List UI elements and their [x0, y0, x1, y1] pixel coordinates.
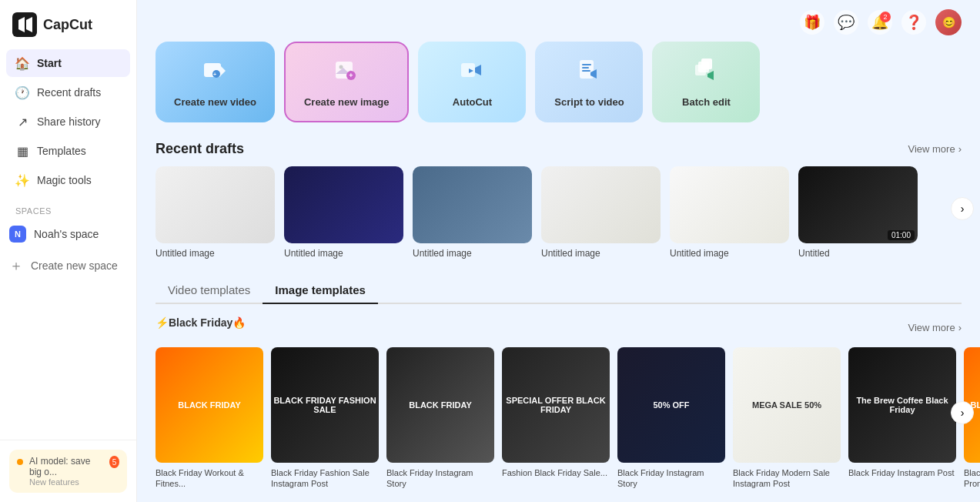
draft-label: Untitled	[798, 248, 918, 259]
template-tabs: Video templates Image templates	[156, 277, 962, 304]
svg-rect-13	[582, 67, 589, 69]
start-icon: 🏠	[15, 56, 29, 70]
autocut-icon	[458, 57, 486, 90]
timestamp-badge: 01:00	[888, 230, 915, 240]
template-thumbnail: BLACK FRIDAY FASHION SALE	[271, 347, 379, 463]
template-card-t7[interactable]: The Brew Coffee Black Friday Black Frida…	[848, 347, 956, 478]
quick-actions-row: + Create new video + Create new image	[156, 42, 962, 122]
notification-badge: 2	[880, 12, 891, 22]
notification-icon-button[interactable]: 🔔 2	[868, 10, 892, 35]
main-content: 🎁 💬 🔔 2 ❓ 😊 + Create new video	[137, 0, 980, 502]
sidebar-item-recent[interactable]: 🕐Recent drafts	[6, 79, 130, 106]
sidebar-label-recent: Recent drafts	[37, 86, 101, 99]
sidebar-item-share[interactable]: ↗Share history	[6, 108, 130, 136]
draft-label: Untitled image	[413, 248, 532, 259]
magic-icon: ✨	[15, 173, 29, 187]
drafts-view-more[interactable]: View more ›	[908, 143, 962, 155]
add-icon: ＋	[9, 256, 23, 275]
gift-icon-button[interactable]: 🎁	[800, 10, 824, 35]
template-card-t1[interactable]: BLACK FRIDAY Black Friday Workout & Fitn…	[156, 347, 263, 490]
create-space-item[interactable]: ＋ Create new space	[0, 249, 136, 282]
space-name: Noah's space	[34, 228, 99, 240]
user-avatar[interactable]: 😊	[935, 9, 962, 35]
draft-card-d1[interactable]: Untitled image	[156, 166, 275, 259]
script-icon	[575, 57, 603, 90]
draft-label: Untitled image	[156, 248, 275, 259]
svg-text:+: +	[213, 71, 216, 76]
create-new-image-card[interactable]: + Create new image	[284, 42, 410, 122]
draft-thumbnail	[541, 166, 661, 243]
template-card-t4[interactable]: SPECIAL OFFER BLACK FRIDAY Fashion Black…	[502, 347, 610, 478]
sidebar-item-start[interactable]: 🏠Start	[6, 49, 130, 77]
tab-image-templates[interactable]: Image templates	[263, 277, 378, 304]
chat-icon-button[interactable]: 💬	[834, 10, 858, 35]
draft-thumbnail	[670, 166, 789, 243]
drafts-scroll-next-button[interactable]: ›	[951, 197, 974, 220]
draft-thumbnail	[284, 166, 403, 243]
template-label: Black Friday Instagram Story	[386, 467, 494, 490]
template-category-title: ⚡Black Friday🔥	[156, 316, 246, 329]
svg-rect-17	[701, 59, 712, 69]
template-thumbnail: BLACK FRIDAY	[156, 347, 263, 463]
ai-model-title: AI model: save big o...	[29, 456, 103, 477]
tab-video-templates[interactable]: Video templates	[156, 277, 263, 304]
draft-card-d5[interactable]: Untitled image	[670, 166, 789, 259]
spaces-label: Spaces	[0, 197, 136, 219]
sidebar-bottom: AI model: save big o... New features 5	[0, 440, 136, 502]
sidebar-item-magic[interactable]: ✨Magic tools	[6, 166, 130, 194]
recent-drafts-title: Recent drafts	[156, 141, 244, 157]
space-avatar: N	[9, 226, 26, 243]
create-space-label: Create new space	[31, 259, 118, 272]
draft-label: Untitled image	[670, 248, 789, 259]
sidebar: CapCut 🏠Start🕐Recent drafts↗Share histor…	[0, 0, 137, 502]
template-label: Black Friday Workout & Fitnes...	[156, 467, 263, 490]
ai-model-sub: New features	[29, 477, 103, 487]
sidebar-label-templates: Templates	[37, 145, 86, 157]
script-label: Script to video	[554, 96, 624, 108]
sidebar-label-share: Share history	[37, 115, 100, 128]
draft-label: Untitled image	[284, 248, 403, 259]
svg-rect-10	[461, 63, 475, 77]
templates-scroll-next-button[interactable]: ›	[951, 401, 974, 424]
template-chevron-right-icon: ›	[958, 322, 962, 333]
script-to-video-card[interactable]: Script to video	[535, 42, 643, 122]
svg-rect-12	[582, 64, 591, 65]
new-video-icon: +	[201, 57, 229, 90]
template-category-header: ⚡Black Friday🔥 View more ›	[156, 316, 962, 338]
template-label: Fashion Black Friday Sale...	[502, 467, 610, 478]
svg-text:+: +	[350, 71, 353, 79]
recent-drafts-header: Recent drafts View more ›	[156, 141, 962, 157]
draft-card-d2[interactable]: Untitled image	[284, 166, 403, 259]
template-card-t6[interactable]: MEGA SALE 50% Black Friday Modern Sale I…	[733, 347, 841, 490]
template-label: Black Friday Fashion Sale Instagram Post	[271, 467, 379, 490]
draft-card-d3[interactable]: Untitled image	[413, 166, 532, 259]
sidebar-item-templates[interactable]: ▦Templates	[6, 137, 130, 165]
template-thumbnail: The Brew Coffee Black Friday	[848, 347, 956, 463]
share-icon: ↗	[15, 115, 29, 129]
capcut-logo-icon	[12, 12, 37, 37]
draft-card-d6[interactable]: 01:00 Untitled	[798, 166, 918, 259]
svg-point-6	[339, 65, 343, 69]
templates-view-more[interactable]: View more ›	[908, 322, 962, 333]
template-card-t3[interactable]: BLACK FRIDAY Black Friday Instagram Stor…	[386, 347, 494, 490]
new-image-label: Create new image	[304, 96, 390, 108]
template-card-t2[interactable]: BLACK FRIDAY FASHION SALE Black Friday F…	[271, 347, 379, 490]
templates-row: BLACK FRIDAY Black Friday Workout & Fitn…	[156, 347, 962, 490]
ai-model-badge[interactable]: AI model: save big o... New features 5	[9, 450, 127, 493]
help-icon-button[interactable]: ❓	[901, 10, 926, 35]
sidebar-label-magic: Magic tools	[37, 174, 92, 186]
create-new-video-card[interactable]: + Create new video	[156, 42, 275, 122]
noahs-space-item[interactable]: N Noah's space	[0, 219, 136, 249]
svg-marker-2	[221, 66, 226, 75]
batch-edit-card[interactable]: Batch edit	[652, 42, 760, 122]
template-thumbnail: MEGA SALE 50%	[733, 347, 841, 463]
autocut-label: AutoCut	[453, 96, 492, 108]
template-thumbnail: SPECIAL OFFER BLACK FRIDAY	[502, 347, 610, 463]
draft-card-d4[interactable]: Untitled image	[541, 166, 661, 259]
template-label: Black Friday Instagram Post	[848, 467, 956, 478]
chevron-right-icon: ›	[958, 143, 962, 155]
autocut-card[interactable]: AutoCut	[418, 42, 526, 122]
draft-thumbnail	[156, 166, 275, 243]
draft-thumbnail	[413, 166, 532, 243]
template-card-t5[interactable]: 50% OFF Black Friday Instagram Story	[617, 347, 725, 490]
